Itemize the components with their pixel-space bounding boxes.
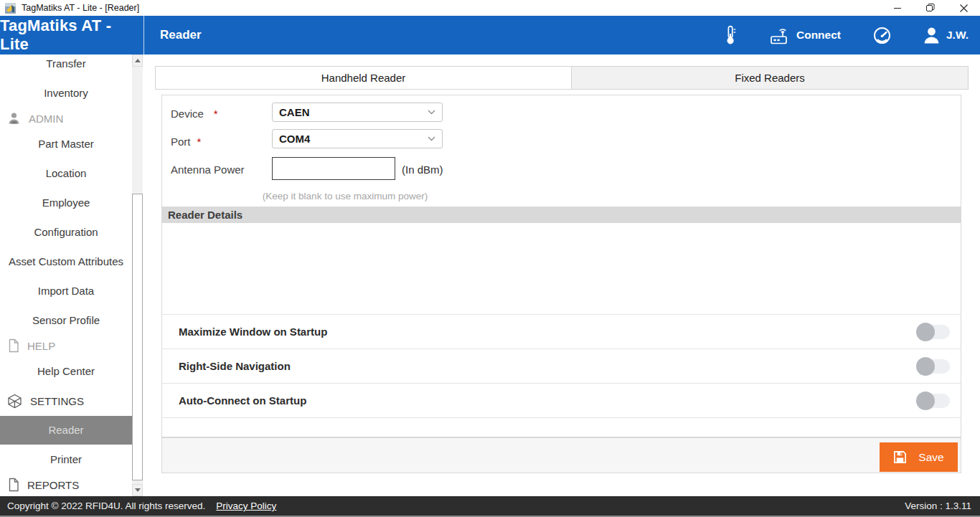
sidebar-scrollbar[interactable] (132, 54, 143, 496)
reader-connect-icon (768, 26, 790, 45)
port-select-value: COM4 (279, 133, 310, 145)
port-select[interactable]: COM4 (272, 129, 443, 148)
sidebar-section-admin[interactable]: ADMIN (0, 110, 132, 126)
sidebar-item-asset-custom-attributes[interactable]: Asset Custom Attributes (0, 255, 132, 269)
sidebar-item-inventory[interactable]: Inventory (0, 86, 132, 100)
sidebar-item-transfer[interactable]: Transfer (0, 57, 132, 71)
sidebar-item-configuration[interactable]: Configuration (0, 225, 132, 239)
sidebar-item-help-center[interactable]: Help Center (0, 364, 132, 379)
app-footer: Copyright © 2022 RFID4U. All rights rese… (0, 496, 980, 517)
chevron-down-icon (428, 110, 435, 115)
os-titlebar: TagMatiks AT - Lite - [Reader] (0, 0, 980, 16)
app-window: TagMatiks AT - Lite - [Reader] TagMatiks… (0, 0, 980, 517)
user-icon (923, 27, 940, 44)
antenna-power-label: Antenna Power (171, 163, 245, 176)
sidebar-section-label: REPORTS (27, 479, 79, 491)
sidebar-item-reader[interactable]: Reader (0, 416, 132, 445)
page-title: Reader (160, 16, 202, 54)
tab-fixed-readers[interactable]: Fixed Readers (572, 67, 968, 90)
sidebar-section-reports[interactable]: REPORTS (0, 477, 132, 493)
user-initials: J.W. (946, 29, 969, 42)
window-title: TagMatiks AT - Lite - [Reader] (22, 3, 139, 13)
restore-button[interactable] (914, 0, 947, 16)
copyright-text: Copyright © 2022 RFID4U. All rights rese… (7, 501, 205, 511)
toggle-knob (916, 357, 935, 376)
reader-settings-panel: Device* CAEN Port* COM4 Antenna Power (161, 95, 961, 473)
brand-logo[interactable]: TagMatiks AT - Lite (0, 16, 144, 54)
device-select-value: CAEN (279, 106, 310, 118)
scroll-down-button[interactable] (132, 484, 143, 496)
privacy-policy-link[interactable]: Privacy Policy (216, 501, 276, 511)
close-icon (960, 4, 968, 12)
antenna-hint: (Keep it blank to use maximum power) (248, 191, 442, 201)
user-menu[interactable]: J.W. (923, 27, 969, 44)
sidebar-section-label: ADMIN (29, 113, 63, 125)
help-document-icon (7, 338, 19, 353)
save-button[interactable]: Save (880, 442, 958, 472)
save-floppy-icon (893, 450, 907, 464)
panel-footer: Save (162, 437, 961, 473)
sidebar-item-import-data[interactable]: Import Data (0, 284, 132, 298)
save-button-label: Save (918, 451, 943, 464)
gauge-button[interactable] (872, 26, 892, 45)
sidebar-section-label: SETTINGS (30, 395, 84, 407)
sidebar-section-help[interactable]: HELP (0, 338, 132, 354)
right-side-navigation-toggle[interactable] (917, 359, 950, 374)
scrollbar-thumb[interactable] (132, 194, 143, 480)
main-content: Handheld Reader Fixed Readers Device* CA… (143, 54, 980, 496)
sidebar-item-part-master[interactable]: Part Master (0, 137, 132, 151)
maximize-on-startup-toggle[interactable] (917, 325, 950, 339)
toggle-label: Right-Side Navigation (179, 360, 291, 372)
divider (162, 417, 961, 418)
sidebar-section-label: HELP (27, 340, 55, 352)
reader-details-header: Reader Details (162, 207, 961, 223)
toggle-label: Auto-Connect on Startup (179, 394, 306, 407)
sidebar: Transfer Inventory ADMIN Part Master Loc… (0, 54, 132, 496)
restore-icon (926, 4, 935, 12)
app-icon (5, 3, 16, 14)
tab-handheld-reader[interactable]: Handheld Reader (156, 67, 572, 89)
device-select[interactable]: CAEN (272, 103, 443, 122)
sidebar-item-location[interactable]: Location (0, 166, 132, 181)
required-marker: * (214, 108, 218, 120)
toggle-knob (916, 323, 935, 341)
reader-tabs: Handheld Reader Fixed Readers (155, 66, 969, 90)
minimize-icon (894, 4, 902, 12)
toggle-knob (916, 392, 935, 410)
settings-cube-icon (7, 394, 22, 409)
reports-document-icon (7, 478, 19, 492)
close-button[interactable] (947, 0, 980, 16)
admin-person-icon (7, 112, 21, 125)
sidebar-item-printer[interactable]: Printer (0, 452, 132, 467)
antenna-unit-label: (In dBm) (402, 163, 443, 176)
connect-button[interactable]: Connect (768, 26, 841, 45)
chevron-down-icon (428, 136, 435, 141)
toggle-label: Maximize Window on Startup (179, 326, 327, 338)
thermometer-icon (725, 25, 737, 45)
auto-connect-on-startup-toggle[interactable] (917, 394, 950, 408)
app-header: TagMatiks AT - Lite Reader (0, 16, 980, 54)
device-label: Device* (171, 108, 218, 120)
connect-label: Connect (796, 29, 841, 42)
sidebar-item-employee[interactable]: Employee (0, 196, 132, 210)
scroll-down-icon (135, 488, 141, 492)
version-text: Version : 1.3.11 (905, 501, 971, 511)
toggle-row-maximize: Maximize Window on Startup (162, 314, 961, 348)
required-marker: * (197, 136, 202, 148)
toggle-row-auto-connect: Auto-Connect on Startup (162, 383, 961, 417)
antenna-power-input[interactable] (272, 157, 395, 180)
minimize-button[interactable] (881, 0, 914, 16)
gauge-icon (872, 26, 892, 45)
port-label: Port* (171, 136, 201, 148)
scroll-up-icon (135, 59, 141, 62)
thermometer-button[interactable] (725, 25, 737, 45)
sidebar-item-sensor-profile[interactable]: Sensor Profile (0, 313, 132, 328)
scroll-up-button[interactable] (132, 54, 143, 67)
toggle-row-right-side-nav: Right-Side Navigation (162, 348, 961, 383)
sidebar-section-settings[interactable]: SETTINGS (0, 393, 132, 409)
